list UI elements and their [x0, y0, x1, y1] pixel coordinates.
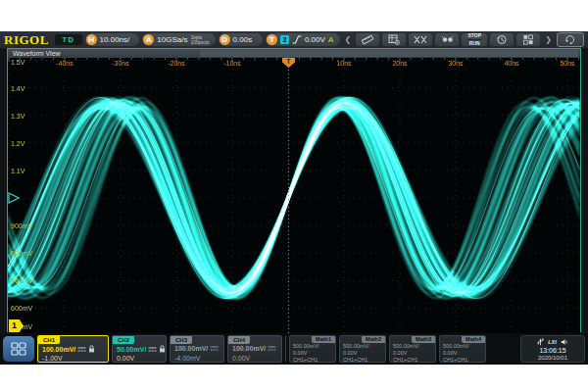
t-key-icon[interactable]: T — [267, 34, 277, 45]
search-events-button[interactable] — [435, 33, 459, 46]
trigger-status-badge: TD — [55, 34, 82, 45]
ch3-scale: 100.00mV/ — [174, 345, 208, 352]
channel-card-ch4[interactable]: CH4 100.00mV/ 0.00V — [227, 335, 282, 363]
system-time: 13:06:15 — [539, 347, 565, 354]
ch1-offset: -1.00V — [42, 355, 63, 362]
trigger-position-line — [288, 58, 289, 333]
multi-window-menu-button[interactable] — [516, 33, 540, 46]
graticule-area[interactable]: -40ns-30ns-20ns-10ns010ns20ns30ns40ns50n… — [8, 58, 580, 333]
d-key-icon[interactable]: D — [220, 34, 230, 45]
y-tick-label: 700mV — [11, 277, 32, 284]
ch4-tab: CH4 — [228, 336, 250, 344]
y-tick-label: 900mV — [11, 222, 32, 229]
y-tick-label: 1.3V — [11, 113, 24, 120]
run-label: RUN — [469, 41, 480, 46]
collapse-left-chevron[interactable]: ❮ — [343, 31, 354, 48]
a-key-icon[interactable]: A — [143, 34, 154, 45]
math2-tab: Math2 — [362, 336, 385, 343]
delay-value: 0.00s — [233, 35, 253, 44]
lock-icon — [88, 345, 95, 353]
channel-card-ch3[interactable]: CH3 100.00mV/ -4.00mV — [170, 335, 224, 363]
split-window-button[interactable] — [3, 336, 34, 362]
screenshot-stage: RIGOL TD H 10.00ns/ A 10GSa/s 1kpts 100p… — [0, 0, 588, 392]
rising-edge-slope-icon — [292, 35, 302, 44]
x-tick-label: 40ns — [504, 60, 518, 67]
windows-2x2-icon — [11, 342, 26, 356]
refresh-button[interactable] — [557, 32, 584, 47]
channel-card-ch1[interactable]: CH1 100.00mV/ -1.00V — [37, 335, 109, 363]
rigol-logo: RIGOL — [4, 32, 52, 47]
math2-offset: 0.00V — [343, 350, 357, 356]
measure-button[interactable] — [409, 33, 432, 46]
cursor-ruler-button[interactable] — [356, 33, 379, 46]
history-clock-icon — [496, 34, 508, 45]
dc-coupling-icon — [77, 346, 86, 353]
h-key-icon[interactable]: H — [86, 34, 97, 45]
math-card-math2[interactable]: Math2 500.00mV/ 0.00V CH1+CH1 — [339, 335, 386, 363]
trigger-level-value: 0.00V — [305, 35, 325, 44]
y-tick-label: 1.5V — [11, 59, 24, 66]
dc-coupling-icon — [268, 345, 276, 352]
expand-right-chevron[interactable]: ❯ — [543, 31, 554, 48]
channel-status-bar: CH1 100.00mV/ -1.00V CH2 50.00mV/ — [0, 333, 588, 365]
trigger-mode-auto: A — [328, 35, 334, 44]
math1-scale: 500.00mV/ — [293, 343, 319, 349]
math1-expression: CH1+CH1 — [293, 357, 318, 363]
stop-label: STOP — [468, 33, 482, 38]
math3-offset: 0.00V — [393, 350, 407, 356]
horizontal-scale-button[interactable]: H 10.00ns/ — [85, 33, 140, 46]
waveform-overview-strip[interactable] — [200, 50, 578, 57]
usb-icon — [537, 338, 544, 346]
math4-tab: Math4 — [462, 336, 485, 343]
ch2-offset: 0.00V — [117, 355, 134, 362]
ch3-offset: -4.00mV — [174, 355, 200, 362]
horizontal-scale-value: 10.00ns/ — [100, 35, 130, 44]
ch2-tab: CH2 — [113, 336, 134, 344]
waveform-view-title: Waveform View — [13, 50, 61, 57]
measure-results-button[interactable] — [382, 33, 406, 46]
stop-run-button[interactable]: STOP RUN — [462, 33, 487, 46]
ch3-tab: CH3 — [171, 336, 192, 344]
y-tick-label: 1.4V — [11, 85, 24, 92]
speaker-icon — [561, 338, 568, 346]
waveform-view-titlebar[interactable]: Waveform View — [8, 49, 580, 58]
ch1-tab: CH1 — [38, 336, 60, 344]
delay-button[interactable]: D 0.00s — [219, 33, 263, 46]
sample-rate-value: 10GSa/s — [157, 35, 187, 44]
x-tick-label: -20ns — [168, 60, 185, 67]
math3-expression: CH1+CH1 — [393, 357, 417, 363]
math-card-math1[interactable]: Math1 500.00mV/ 0.00V CH1+CH1 — [289, 335, 336, 363]
ch1-scale: 100.00mV/ — [42, 346, 75, 353]
refresh-circular-arrows-icon — [564, 34, 576, 45]
results-table-icon — [388, 34, 400, 45]
math3-scale: 500.00mV/ — [393, 343, 419, 349]
trigger-button[interactable]: T 2 0.00V A — [266, 33, 340, 46]
x-tick-label: -40ns — [56, 60, 74, 67]
system-clock-panel[interactable]: LXI 13:06:15 2020/10/01 — [520, 335, 585, 363]
math2-expression: CH1+CH1 — [343, 357, 368, 363]
dc-coupling-icon — [210, 345, 219, 352]
math2-scale: 500.00mV/ — [343, 343, 369, 349]
apps-grid-icon — [522, 34, 534, 45]
sample-resolution-value: 100ps/pt — [190, 40, 209, 45]
math1-offset: 0.00V — [293, 350, 307, 356]
math-card-math4[interactable]: Math4 500.00mV/ 0.00V CH1+CH1 — [439, 335, 486, 363]
y-tick-label: 600mV — [11, 305, 32, 312]
history-button[interactable] — [490, 33, 514, 46]
trigger-source-badge: 2 — [280, 35, 289, 44]
channel-card-ch2[interactable]: CH2 50.00mV/ 0.00V — [112, 335, 167, 363]
math1-tab: Math1 — [312, 336, 335, 343]
x-tick-label: -10ns — [223, 60, 241, 67]
math-card-math3[interactable]: Math3 500.00mV/ 0.00V CH1+CH1 — [389, 335, 436, 363]
math3-tab: Math3 — [412, 336, 435, 343]
ch4-offset: 0.00V — [232, 355, 250, 362]
x-tick-label: 50ns — [560, 60, 574, 67]
ch2-trigger-level-marker[interactable] — [8, 191, 21, 205]
acquisition-button[interactable]: A 10GSa/s 1kpts 100ps/pt — [142, 33, 215, 46]
persistence-waveform-canvas[interactable] — [8, 58, 580, 333]
dc-coupling-icon — [148, 346, 157, 353]
y-tick-label: 1.2V — [11, 140, 24, 147]
ch4-scale: 100.00mV/ — [232, 345, 266, 352]
y-tick-label: 800mV — [11, 250, 32, 257]
math4-scale: 500.00mV/ — [443, 343, 469, 349]
